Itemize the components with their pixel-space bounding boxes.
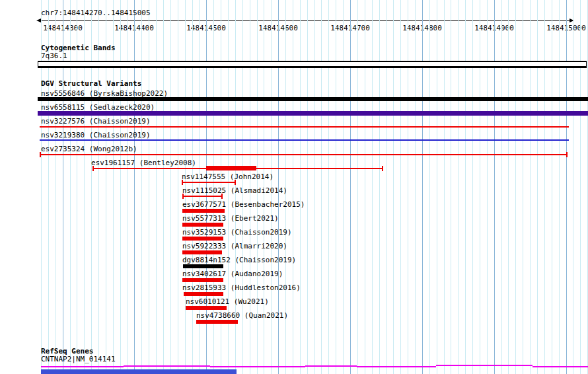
variant-range-line[interactable] xyxy=(182,196,223,197)
variant-bar[interactable] xyxy=(196,320,238,324)
minor-gridline xyxy=(544,0,545,374)
variant-label[interactable]: esv1961157 (Bentley2008) xyxy=(91,159,196,167)
minor-gridline xyxy=(343,0,344,374)
variant-bar[interactable] xyxy=(186,306,227,310)
minor-gridline xyxy=(128,0,128,374)
minor-gridline xyxy=(408,0,408,374)
genome-browser-view: chr7:148414270..148415005 14841430014841… xyxy=(0,0,588,374)
variant-bar[interactable] xyxy=(38,111,588,116)
variant-label[interactable]: nsv6010121 (Wu2021) xyxy=(186,298,269,305)
minor-gridline xyxy=(113,0,114,374)
variant-label[interactable]: dgv8814n152 (Chaisson2019) xyxy=(182,256,296,264)
variant-thick-segment[interactable] xyxy=(206,166,256,170)
minor-gridline xyxy=(178,0,178,374)
variant-bar[interactable] xyxy=(182,209,225,213)
variant-line[interactable] xyxy=(40,126,569,128)
minor-gridline xyxy=(573,0,573,374)
variant-bar[interactable] xyxy=(184,292,223,296)
gene-line-segment[interactable] xyxy=(124,365,210,367)
minor-gridline xyxy=(530,0,531,374)
variant-label[interactable]: esv2735324 (Wong2012b) xyxy=(41,145,137,153)
minor-gridline xyxy=(98,0,99,374)
minor-gridline xyxy=(293,0,293,374)
variant-label[interactable]: esv3677571 (Besenbacher2015) xyxy=(182,201,305,208)
variant-bar[interactable] xyxy=(183,264,223,268)
variant-label[interactable]: nsv3219380 (Chaisson2019) xyxy=(41,131,151,139)
variant-bar[interactable] xyxy=(182,237,223,241)
minor-gridline xyxy=(170,0,171,374)
variant-label[interactable]: nsv4738660 (Quan2021) xyxy=(196,312,288,319)
variant-label[interactable]: nsv6558115 (Sedlazeck2020) xyxy=(41,104,155,111)
minor-gridline xyxy=(365,0,365,374)
gene-line-segment[interactable] xyxy=(357,366,436,367)
major-gridline xyxy=(422,0,423,374)
minor-gridline xyxy=(149,0,149,374)
minor-gridline xyxy=(444,0,445,374)
major-gridline xyxy=(566,0,567,374)
minor-gridline xyxy=(156,0,157,374)
minor-gridline xyxy=(580,0,581,374)
minor-gridline xyxy=(400,0,401,374)
minor-gridline xyxy=(501,0,502,374)
minor-gridline xyxy=(465,0,466,374)
minor-gridline xyxy=(84,0,85,374)
variant-label[interactable]: nsv3402617 (Audano2019) xyxy=(182,270,283,278)
section-title-cytobands: Cytogenetic Bands xyxy=(41,44,116,52)
minor-gridline xyxy=(559,0,560,374)
variant-range-line[interactable] xyxy=(40,154,568,155)
variant-right-bracket xyxy=(566,152,568,157)
minor-gridline xyxy=(393,0,394,374)
variant-right-bracket xyxy=(382,166,383,171)
variant-range-line[interactable] xyxy=(182,182,236,183)
bottom-blue-bar[interactable] xyxy=(41,369,237,374)
gene-label[interactable]: CNTNAP2|NM_014141 xyxy=(41,355,116,363)
minor-gridline xyxy=(163,0,164,374)
minor-gridline xyxy=(451,0,451,374)
gene-line-segment[interactable] xyxy=(436,365,533,366)
minor-gridline xyxy=(508,0,509,374)
gene-line-segment[interactable] xyxy=(41,366,124,367)
minor-gridline xyxy=(120,0,121,374)
minor-gridline xyxy=(386,0,386,374)
variant-line[interactable] xyxy=(40,139,569,141)
minor-gridline xyxy=(523,0,523,374)
cytoband-label: 7q36.1 xyxy=(41,52,67,59)
minor-gridline xyxy=(91,0,92,374)
variant-bar[interactable] xyxy=(182,250,222,254)
cytoband-band[interactable] xyxy=(38,61,587,68)
minor-gridline xyxy=(70,0,71,374)
variant-label[interactable]: nsv3529153 (Chaisson2019) xyxy=(182,229,292,236)
minor-gridline xyxy=(336,0,336,374)
variant-label[interactable]: nsv2815933 (Huddleston2016) xyxy=(182,284,301,291)
minor-gridline xyxy=(537,0,538,374)
section-title-refseq: RefSeq Genes xyxy=(41,348,93,355)
gene-line-segment[interactable] xyxy=(305,365,357,367)
variant-label[interactable]: nsv5556846 (ByrskaBishop2022) xyxy=(41,90,168,97)
minor-gridline xyxy=(437,0,437,374)
variant-label[interactable]: nsv5922333 (Almarri2020) xyxy=(182,243,287,250)
minor-gridline xyxy=(415,0,416,374)
minor-gridline xyxy=(472,0,473,374)
variant-label[interactable]: nsv1147555 (John2014) xyxy=(182,173,274,180)
variant-bar[interactable] xyxy=(182,223,223,227)
major-gridline xyxy=(350,0,351,374)
minor-gridline xyxy=(77,0,77,374)
variant-label[interactable]: nsv1115025 (Alsmadi2014) xyxy=(182,187,287,194)
gene-line-segment[interactable] xyxy=(533,366,588,367)
minor-gridline xyxy=(357,0,358,374)
region-label: chr7:148414270..148415005 xyxy=(41,9,151,17)
variant-label[interactable]: nsv5577313 (Ebert2021) xyxy=(182,215,279,222)
minor-gridline xyxy=(480,0,480,374)
variant-label[interactable]: nsv3227576 (Chaisson2019) xyxy=(41,118,151,125)
major-gridline xyxy=(494,0,495,374)
minor-gridline xyxy=(314,0,315,374)
minor-gridline xyxy=(300,0,301,374)
minor-gridline xyxy=(487,0,488,374)
gene-line-segment[interactable] xyxy=(210,366,305,367)
variant-bar[interactable] xyxy=(182,278,223,282)
minor-gridline xyxy=(141,0,142,374)
minor-gridline xyxy=(458,0,459,374)
left-arrow-icon xyxy=(36,19,41,22)
major-gridline xyxy=(134,0,135,374)
minor-gridline xyxy=(307,0,308,374)
